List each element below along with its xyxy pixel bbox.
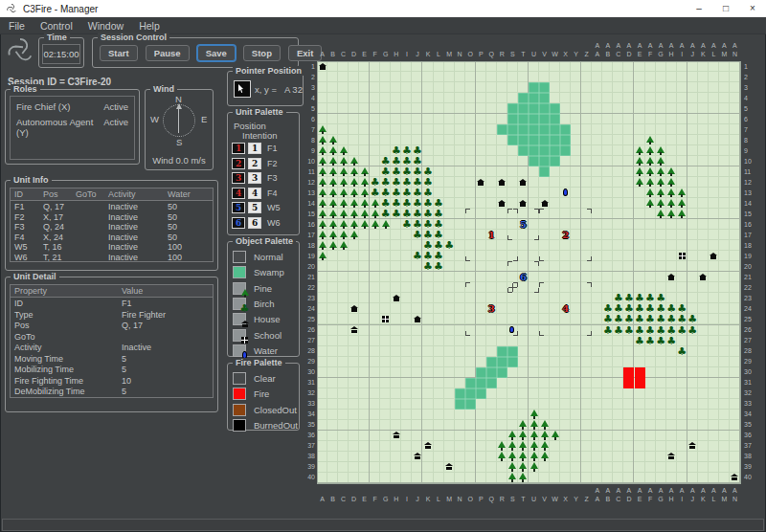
map-row-label: 24 bbox=[744, 305, 755, 313]
stop-button[interactable]: Stop bbox=[243, 45, 281, 61]
map-col-label: A bbox=[656, 42, 666, 50]
map-row-label: 20 bbox=[304, 263, 315, 271]
maximize-icon[interactable]: □ bbox=[712, 0, 739, 17]
object-palette-item-label: Normal bbox=[254, 252, 283, 262]
water-swatch[interactable] bbox=[233, 344, 246, 357]
session-control-label: Session Control bbox=[98, 33, 169, 42]
birch-swatch[interactable] bbox=[233, 298, 246, 310]
pine-swatch[interactable] bbox=[233, 282, 246, 295]
compass-south: S bbox=[176, 137, 182, 147]
menu-control[interactable]: Control bbox=[40, 20, 73, 32]
menu-file[interactable]: File bbox=[9, 20, 25, 32]
map-row-label: 2 bbox=[744, 74, 755, 81]
map-col-label: X bbox=[560, 496, 571, 503]
unit-detail-row[interactable]: PosQ, 17 bbox=[11, 320, 213, 331]
save-button[interactable]: Save bbox=[197, 45, 236, 61]
birch-tree-icon bbox=[656, 325, 666, 336]
unit-position-button-F3[interactable]: 3 bbox=[232, 172, 245, 184]
unit-detail-row[interactable]: DeMobilizing Time5 bbox=[11, 386, 213, 397]
title-bar[interactable]: C3Fire - Manager – □ × bbox=[0, 0, 766, 17]
map-col-label: K bbox=[423, 496, 434, 503]
normal-swatch[interactable] bbox=[233, 251, 246, 263]
map-row-label: 29 bbox=[304, 358, 315, 366]
object-palette-panel: Object Palette NormalSwampPineBirchHouse… bbox=[227, 241, 300, 357]
birch-tree-icon bbox=[391, 209, 401, 219]
swamp-cell bbox=[465, 399, 476, 410]
unit-intention-button-F3[interactable]: 3 bbox=[248, 172, 261, 184]
unit-info-row[interactable]: W5T, 16Inactive100 bbox=[11, 241, 213, 252]
unit-info-row[interactable]: F4X, 24Inactive50 bbox=[11, 232, 213, 242]
unit-position-button-F4[interactable]: 4 bbox=[232, 188, 245, 199]
unit-detail-table[interactable]: PropertyValueIDF1TypeFire FighterPosQ, 1… bbox=[10, 284, 214, 398]
unit-position-button-F1[interactable]: 1 bbox=[232, 143, 245, 154]
unit-info-table[interactable]: IDPosGoToActivityWaterF1Q, 17Inactive50F… bbox=[10, 188, 214, 262]
unit-marker-W5[interactable]: 5 bbox=[518, 219, 529, 230]
unit-intention-button-F2[interactable]: 2 bbox=[248, 158, 261, 169]
menu-window[interactable]: Window bbox=[88, 20, 124, 32]
start-button[interactable]: Start bbox=[100, 45, 138, 61]
unit-info-cell: Inactive bbox=[104, 211, 164, 222]
pine-tree-icon bbox=[666, 166, 677, 177]
pine-tree-icon bbox=[497, 452, 507, 462]
unit-intention-button-F4[interactable]: 4 bbox=[248, 188, 261, 199]
fire-swatch[interactable] bbox=[233, 388, 246, 400]
map-col-label: T bbox=[518, 496, 529, 503]
school-swatch[interactable] bbox=[233, 329, 246, 342]
unit-detail-row[interactable]: IDF1 bbox=[11, 298, 213, 309]
unit-detail-row[interactable]: TypeFire Fighter bbox=[11, 309, 213, 321]
unit-intention-button-W6[interactable]: 6 bbox=[248, 217, 261, 229]
map-row-label: 34 bbox=[304, 410, 315, 418]
unit-info-row[interactable]: F1Q, 17Inactive50 bbox=[11, 201, 213, 211]
unit-position-button-W6[interactable]: 6 bbox=[232, 217, 245, 229]
unit-detail-row[interactable]: Fire Fighting Time10 bbox=[11, 375, 213, 387]
swamp-swatch[interactable] bbox=[233, 266, 246, 278]
unit-marker-W6[interactable]: 6 bbox=[518, 272, 529, 282]
unit-intention-button-F1[interactable]: 1 bbox=[248, 143, 261, 154]
unit-position-button-F2[interactable]: 2 bbox=[232, 158, 245, 169]
burnedout-swatch[interactable] bbox=[233, 419, 246, 432]
unit-detail-row[interactable]: GoTo bbox=[11, 331, 213, 343]
unit-marker-F4[interactable]: 4 bbox=[560, 303, 571, 314]
unit-marker-F3[interactable]: 3 bbox=[486, 303, 497, 314]
unit-info-row[interactable]: F2X, 17Inactive50 bbox=[11, 211, 213, 222]
unit-info-row[interactable]: F3Q, 24Inactive50 bbox=[11, 221, 213, 232]
unit-info-row[interactable]: W6T, 21Inactive100 bbox=[11, 252, 213, 262]
unit-marker-F2[interactable]: 2 bbox=[560, 230, 571, 240]
map-grid[interactable]: 123456 bbox=[317, 61, 741, 484]
pointer-tool-button[interactable] bbox=[234, 80, 251, 98]
swamp-cell bbox=[529, 114, 539, 124]
map-col-label: I bbox=[677, 496, 687, 503]
pine-tree-icon bbox=[327, 188, 338, 198]
pine-tree-icon bbox=[666, 188, 677, 198]
c3fire-logo bbox=[6, 36, 34, 65]
unit-marker-F1[interactable]: 1 bbox=[486, 230, 497, 240]
unit-detail-cell: 5 bbox=[118, 386, 213, 397]
unit-detail-row[interactable]: Mobilizing Time5 bbox=[11, 364, 213, 375]
map-col-label: B bbox=[327, 496, 338, 503]
map-row-label: 33 bbox=[744, 400, 755, 408]
closedout-swatch[interactable] bbox=[233, 404, 246, 416]
unit-intention-button-W5[interactable]: 5 bbox=[248, 202, 261, 213]
map-col-label: U bbox=[529, 51, 539, 58]
unit-detail-row[interactable]: Moving Time5 bbox=[11, 353, 213, 365]
unit-position-button-W5[interactable]: 5 bbox=[232, 202, 245, 213]
unit-palette-id: F2 bbox=[267, 159, 278, 168]
minimize-icon[interactable]: – bbox=[686, 0, 712, 17]
house-swatch[interactable] bbox=[233, 313, 246, 325]
map-col-label: W bbox=[550, 496, 560, 503]
house-icon bbox=[497, 177, 507, 188]
clear-swatch[interactable] bbox=[233, 372, 246, 385]
pause-button[interactable]: Pause bbox=[146, 45, 190, 61]
compass-ring bbox=[163, 104, 195, 137]
close-icon[interactable]: × bbox=[739, 0, 766, 17]
unit-info-cell: Inactive bbox=[104, 221, 164, 232]
map-row-label: 33 bbox=[304, 400, 315, 408]
unit-detail-row[interactable]: ActivityInactive bbox=[11, 342, 213, 353]
map-row-label: 21 bbox=[744, 274, 755, 281]
swamp-cell bbox=[539, 166, 550, 177]
house-icon bbox=[539, 198, 550, 209]
compass-west: W bbox=[150, 114, 159, 124]
menu-help[interactable]: Help bbox=[139, 20, 160, 32]
map-col-label: K bbox=[423, 51, 434, 58]
unit-detail-cell: 10 bbox=[118, 375, 213, 387]
